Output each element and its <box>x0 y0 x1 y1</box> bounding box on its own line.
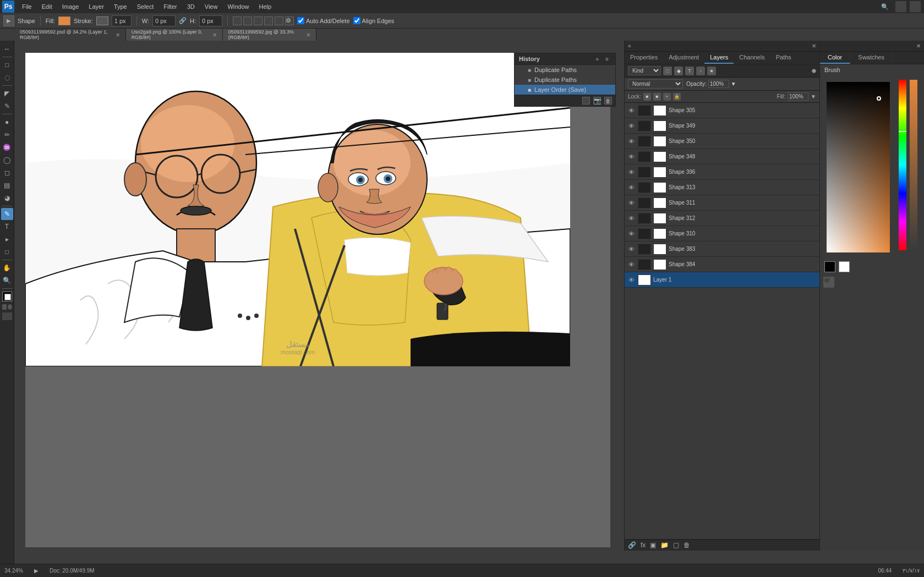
history-item-1[interactable]: ■ Duplicate Paths <box>515 75 615 85</box>
layer-vis-shape350[interactable]: 👁 <box>627 137 636 146</box>
background-color-swatch[interactable] <box>839 261 850 272</box>
layer-vis-shape313[interactable]: 👁 <box>627 183 636 192</box>
history-create-doc-btn[interactable]: 📷 <box>593 97 601 105</box>
path-select-tool[interactable]: ▸ <box>1 233 13 245</box>
selection-tool[interactable]: □ <box>1 59 13 71</box>
auto-add-delete-check[interactable] <box>297 17 304 24</box>
tab-png[interactable]: Uso2ga9.png @ 100% (Layer 0, RGB/8#) ✕ <box>126 29 223 41</box>
dodge-tool[interactable]: ◕ <box>1 192 13 204</box>
align-edges-check[interactable] <box>353 17 360 24</box>
layer-item-shape384[interactable]: 👁 Shape 384 <box>625 257 819 272</box>
tab-close-1[interactable]: ✕ <box>116 32 120 38</box>
delete-layer-btn[interactable]: 🗑 <box>684 541 690 549</box>
layer-vis-shape310[interactable]: 👁 <box>627 229 636 238</box>
layer-vis-shape312[interactable]: 👁 <box>627 214 636 223</box>
menu-select[interactable]: Select <box>133 2 158 11</box>
eraser-tool[interactable]: ◻ <box>1 167 13 179</box>
create-group-btn[interactable]: 📁 <box>660 541 669 549</box>
layer-item-shape396[interactable]: 👁 Shape 396 <box>625 164 819 180</box>
history-new-snapshot-btn[interactable] <box>582 97 590 105</box>
add-mask-btn[interactable]: ▣ <box>650 541 656 549</box>
height-input[interactable] <box>199 15 222 26</box>
width-input[interactable] <box>152 15 176 26</box>
filter-smart-icon[interactable]: ★ <box>707 67 716 75</box>
align-edges-checkbox[interactable]: Align Edges <box>353 17 395 24</box>
blend-mode-select[interactable]: Normal <box>628 79 683 89</box>
opacity-stepper[interactable]: ▼ <box>731 81 736 87</box>
settings-btn[interactable]: ⚙ <box>285 17 294 25</box>
layer-item-shape311[interactable]: 👁 Shape 311 <box>625 195 819 211</box>
tab-close-2[interactable]: ✕ <box>212 32 217 38</box>
menu-layer[interactable]: Layer <box>84 2 108 11</box>
layer-item-shape349[interactable]: 👁 Shape 349 <box>625 118 819 134</box>
shape-tool[interactable]: □ <box>1 246 13 258</box>
link-layers-btn[interactable]: 🔗 <box>628 541 636 549</box>
tab-layers[interactable]: Layers <box>704 52 734 64</box>
fill-stepper[interactable]: ▼ <box>811 94 816 100</box>
tab-psd-1[interactable]: 0509311999592.psd @ 34.2% (Layer 1, RGB/… <box>14 29 126 41</box>
history-item-0[interactable]: ■ Duplicate Paths <box>515 65 615 75</box>
history-item-2[interactable]: ■ Layer Order (Save) <box>515 85 615 95</box>
color-panel-close-btn[interactable]: ✕ <box>916 43 921 49</box>
zoom-tool[interactable]: 🔍 <box>1 274 13 287</box>
lock-pixels-btn[interactable]: ■ <box>643 93 651 101</box>
layer-vis-shape396[interactable]: 👁 <box>627 168 636 177</box>
filter-kind-select[interactable]: Kind <box>628 66 661 75</box>
quick-mask-mode[interactable] <box>2 303 12 311</box>
layer-vis-shape348[interactable]: 👁 <box>627 152 636 161</box>
add-style-btn[interactable]: fx <box>641 541 646 549</box>
layer-item-shape313[interactable]: 👁 Shape 313 <box>625 180 819 195</box>
crop-tool[interactable]: ◤ <box>1 87 13 100</box>
layer-item-shape310[interactable]: 👁 Shape 310 <box>625 226 819 241</box>
menu-file[interactable]: File <box>18 2 36 11</box>
close-panel-btn[interactable]: ✕ <box>812 43 816 49</box>
collapse-panels-btn[interactable]: « <box>628 43 631 49</box>
menu-type[interactable]: Type <box>110 2 132 11</box>
tab-channels[interactable]: Channels <box>734 52 770 64</box>
menu-help[interactable]: Help <box>255 2 276 11</box>
brush-tool[interactable]: ✏ <box>1 129 13 141</box>
menu-view[interactable]: View <box>200 2 222 11</box>
tab-close-3[interactable]: ✕ <box>306 32 310 38</box>
filter-pixel-icon[interactable]: □ <box>663 67 672 75</box>
layer-vis-shape349[interactable]: 👁 <box>627 122 636 130</box>
history-expand-btn[interactable]: » <box>594 56 602 62</box>
lasso-tool[interactable]: ◌ <box>1 72 13 84</box>
layer-item-shape305[interactable]: 👁 Shape 305 <box>625 103 819 118</box>
layer-vis-shape305[interactable]: 👁 <box>627 106 636 115</box>
gradient-tool[interactable]: ▤ <box>1 179 13 191</box>
alpha-slider[interactable] <box>910 80 917 250</box>
filter-adjust-icon[interactable]: ◆ <box>674 67 683 75</box>
filter-shape-icon[interactable]: ▫ <box>696 67 705 75</box>
rounded-shape-btn[interactable] <box>243 17 252 25</box>
arrange-btn[interactable] <box>275 17 283 25</box>
fill-color-swatch[interactable] <box>58 17 70 25</box>
color-tab-color[interactable]: Color <box>820 52 850 64</box>
layer-vis-shape311[interactable]: 👁 <box>627 199 636 207</box>
layer-item-shape312[interactable]: 👁 Shape 312 <box>625 211 819 226</box>
menu-image[interactable]: Image <box>58 2 84 11</box>
menu-edit[interactable]: Edit <box>37 2 57 11</box>
tab-paths[interactable]: Paths <box>770 52 797 64</box>
rect-shape-btn[interactable] <box>233 17 242 25</box>
lock-all-btn[interactable]: 🔒 <box>673 93 681 101</box>
create-layer-btn[interactable]: ▢ <box>673 541 679 549</box>
lock-artboard-btn[interactable]: + <box>663 93 671 101</box>
menu-3d[interactable]: 3D <box>183 2 199 11</box>
eyedropper-color-btn[interactable]: 🖤 <box>823 277 834 288</box>
foreground-color-swatch[interactable] <box>824 261 835 272</box>
color-tab-swatches[interactable]: Swatches <box>850 52 893 64</box>
tool-select[interactable]: ▶ <box>3 15 14 26</box>
layer-vis-shape384[interactable]: 👁 <box>627 260 636 269</box>
menu-window[interactable]: Window <box>223 2 253 11</box>
foreground-color[interactable] <box>2 292 12 301</box>
stroke-color-swatch[interactable] <box>96 17 108 25</box>
clone-tool[interactable]: ♒ <box>1 141 13 153</box>
move-tool[interactable]: ↔ <box>1 43 13 55</box>
filter-toggle-dot[interactable] <box>812 69 816 73</box>
tab-properties[interactable]: Properties <box>625 52 663 64</box>
fill-input[interactable] <box>788 92 808 101</box>
tab-jpg[interactable]: 0509311999592.jpg @ 33.3% (RGB/8#) ✕ <box>223 29 316 41</box>
link-icon[interactable]: 🔗 <box>179 17 187 24</box>
menu-filter[interactable]: Filter <box>159 2 181 11</box>
